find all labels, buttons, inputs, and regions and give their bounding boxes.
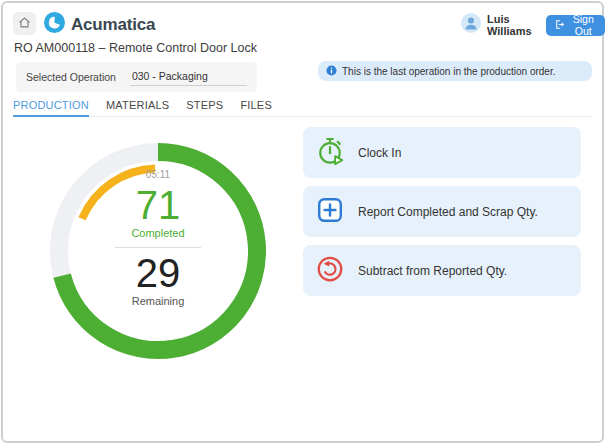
report-completed-label: Report Completed and Scrap Qty. — [358, 205, 538, 219]
clock-in-button[interactable]: Clock In — [303, 127, 581, 178]
home-button[interactable] — [13, 12, 36, 35]
sign-out-label: Sign Out — [569, 13, 597, 37]
plus-icon — [315, 195, 345, 229]
info-icon — [326, 62, 337, 80]
selected-operation-box: Selected Operation 030 - Packaging — [16, 62, 257, 92]
tab-production[interactable]: PRODUCTION — [13, 99, 89, 116]
clock-in-label: Clock In — [358, 146, 401, 160]
remaining-label: Remaining — [48, 295, 268, 307]
user-name: Luis Williams — [487, 13, 540, 37]
production-donut-chart: 05:11 71 Completed 29 Remaining — [48, 141, 268, 361]
sign-out-button[interactable]: Sign Out — [546, 15, 605, 36]
tab-bar: PRODUCTION MATERIALS STEPS FILES — [13, 99, 592, 117]
logo-wordmark: Acumatica — [71, 15, 155, 35]
selected-operation-value[interactable]: 030 - Packaging — [130, 68, 247, 86]
tab-steps[interactable]: STEPS — [186, 99, 223, 116]
remaining-count: 29 — [48, 253, 268, 293]
stopwatch-icon — [315, 136, 345, 170]
subtract-reported-label: Subtract from Reported Qty. — [358, 264, 507, 278]
user-area: Luis Williams Sign Out — [461, 13, 605, 37]
subtract-reported-button[interactable]: Subtract from Reported Qty. — [303, 245, 581, 296]
selected-operation-label: Selected Operation — [26, 71, 116, 83]
acumatica-logo-icon — [44, 12, 65, 37]
avatar — [461, 13, 481, 37]
center-divider — [115, 247, 201, 248]
elapsed-time: 05:11 — [48, 169, 268, 180]
home-icon — [18, 15, 31, 33]
sign-out-icon — [554, 19, 565, 32]
report-completed-button[interactable]: Report Completed and Scrap Qty. — [303, 186, 581, 237]
undo-icon — [315, 254, 345, 288]
tab-materials[interactable]: MATERIALS — [106, 99, 169, 116]
completed-label: Completed — [48, 227, 268, 239]
page-title: RO AM000118 – Remote Control Door Lock — [14, 41, 257, 55]
completed-count: 71 — [48, 185, 268, 225]
acumatica-logo: Acumatica — [44, 12, 155, 37]
tab-files[interactable]: FILES — [240, 99, 272, 116]
info-banner-text: This is the last operation in the produc… — [342, 66, 555, 77]
info-banner: This is the last operation in the produc… — [318, 61, 592, 81]
